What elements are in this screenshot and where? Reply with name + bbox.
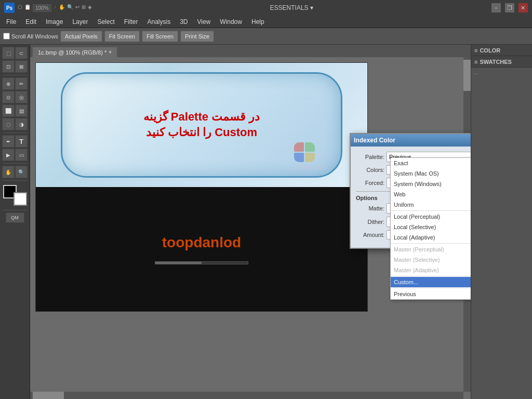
titlebar-left: Ps ⬡ 📋 100% ⬝ ✋ 🔍 ↩ ⊞ ◈ xyxy=(4,3,92,13)
dropdown-sep-4 xyxy=(391,288,471,288)
palette-label: Palette: xyxy=(356,154,384,160)
minimize-button[interactable]: − xyxy=(491,3,501,12)
panel-header-color[interactable]: ≡ COLOR xyxy=(471,45,532,56)
crop-tool[interactable]: ⊡ xyxy=(2,60,15,73)
zoom-tool-box[interactable]: 🔍 xyxy=(15,166,28,178)
menu-window[interactable]: Window xyxy=(216,17,246,26)
dropdown-exact[interactable]: Exact xyxy=(391,158,471,168)
maximize-button[interactable]: ❐ xyxy=(505,3,514,12)
panel-placeholder: ... xyxy=(473,70,530,75)
slice-tool[interactable]: ⊠ xyxy=(15,60,28,73)
menu-3d[interactable]: 3D xyxy=(176,17,192,26)
swatches-panel-label: SWATCHES xyxy=(480,59,512,65)
rounded-rect: در قسمت Palette گزینه Custom را انتخاب ک… xyxy=(61,72,342,178)
swatches-panel-icon: ≡ xyxy=(474,59,477,65)
tool-icon-2[interactable]: 📋 xyxy=(24,4,31,12)
shape-tool[interactable]: ▭ xyxy=(15,149,28,161)
dropdown-system-win[interactable]: System (Windows) xyxy=(391,179,471,189)
menu-image[interactable]: Image xyxy=(42,17,67,26)
dodge-tool[interactable]: ◑ xyxy=(15,118,28,130)
horizontal-scroll-thumb[interactable] xyxy=(33,392,64,399)
path-select-tool[interactable]: ▶ xyxy=(2,149,15,161)
dropdown-local-selective[interactable]: Local (Selective) xyxy=(391,222,471,232)
canvas-bottom-half: toopdanlod xyxy=(36,187,367,311)
menu-filter[interactable]: Filter xyxy=(120,17,142,26)
tool-divider-3 xyxy=(3,163,27,164)
dropdown-uniform[interactable]: Uniform xyxy=(391,200,471,210)
actual-pixels-button[interactable]: Actual Pixels xyxy=(60,31,102,42)
progress-bar-container xyxy=(155,261,248,264)
menu-layer[interactable]: Layer xyxy=(68,17,92,26)
print-size-button[interactable]: Print Size xyxy=(180,31,214,42)
tab-close-icon[interactable]: × xyxy=(109,49,112,55)
forced-label: Forced: xyxy=(356,180,384,186)
essentials-label[interactable]: ESSENTIALS ▾ xyxy=(270,4,313,11)
dropdown-sep-3 xyxy=(391,276,471,276)
spot-heal-tool[interactable]: ⊕ xyxy=(2,77,15,90)
tool-row-8: ▶ ▭ xyxy=(2,149,28,161)
gradient-tool[interactable]: ▤ xyxy=(15,104,28,117)
rotate-tool[interactable]: ↩ xyxy=(75,4,79,12)
tool-row-7: ✒ T xyxy=(2,135,28,148)
dropdown-system-mac[interactable]: System (Mac OS) xyxy=(391,168,471,179)
zoom-tool[interactable]: 🔍 xyxy=(67,4,73,12)
color-panel-label: COLOR xyxy=(480,47,500,54)
selection-tool[interactable]: ⬚ xyxy=(2,47,15,59)
matte-label: Matte: xyxy=(356,205,384,211)
fit-screen-button[interactable]: Fit Screen xyxy=(104,31,140,42)
ps-canvas: در قسمت Palette گزینه Custom را انتخاب ک… xyxy=(35,62,368,312)
toolbar-icons: ⬡ 📋 100% ⬝ ✋ 🔍 ↩ ⊞ ◈ xyxy=(18,4,92,12)
quick-mask-tool[interactable]: QM xyxy=(6,212,24,223)
canvas-tabs: 1c.bmp @ 100% (RGB/8) * × xyxy=(30,45,471,57)
nav-tool[interactable]: ◈ xyxy=(88,4,92,12)
menu-file[interactable]: File xyxy=(2,17,20,26)
menu-view[interactable]: View xyxy=(193,17,215,26)
canvas-top-half: در قسمت Palette گزینه Custom را انتخاب ک… xyxy=(36,63,367,187)
tool-icon-1[interactable]: ⬡ xyxy=(18,4,22,12)
dropdown-web[interactable]: Web xyxy=(391,189,471,200)
text-tool[interactable]: T xyxy=(15,135,28,148)
scroll-all-windows-input[interactable] xyxy=(3,33,10,39)
zoom-arrows[interactable]: ⬝ xyxy=(54,4,57,12)
hand-tool-box[interactable]: ✋ xyxy=(2,166,15,178)
dropdown-custom[interactable]: Custom... xyxy=(391,277,471,287)
progress-fill xyxy=(155,262,202,264)
menu-analysis[interactable]: Analysis xyxy=(143,17,175,26)
brush-tool[interactable]: ✏ xyxy=(15,77,28,90)
dropdown-local-adaptive[interactable]: Local (Adaptive) xyxy=(391,232,471,243)
right-panel-content: ... xyxy=(471,68,532,399)
tool-row-1: ⬚ ⊂ xyxy=(2,47,28,59)
hand-tool[interactable]: ✋ xyxy=(59,4,65,12)
lasso-tool[interactable]: ⊂ xyxy=(15,47,28,59)
tool-row-5: ⬜ ▤ xyxy=(2,104,28,117)
panel-header-swatches[interactable]: ≡ SWATCHES xyxy=(471,56,532,68)
history-tool[interactable]: ◎ xyxy=(15,91,28,103)
close-button[interactable]: ✕ xyxy=(518,3,528,12)
win-pane-blue xyxy=(294,153,304,162)
windows-xp-text: WindowsXP xyxy=(294,163,325,171)
view-tool[interactable]: ⊞ xyxy=(82,4,86,12)
blur-tool[interactable]: ◌ xyxy=(2,118,15,130)
zoom-display[interactable]: 100% xyxy=(33,4,51,12)
clone-tool[interactable]: ⊙ xyxy=(2,91,15,103)
dropdown-local-perceptual[interactable]: Local (Perceptual) xyxy=(391,211,471,222)
horizontal-scrollbar[interactable] xyxy=(30,392,463,399)
scroll-all-windows-checkbox[interactable]: Scroll All Windows xyxy=(3,33,58,39)
win-pane-red xyxy=(294,142,304,152)
persian-text-line1: در قسمت Palette گزینه xyxy=(143,109,260,125)
titlebar-right: − ❐ ✕ xyxy=(491,3,528,12)
background-swatch[interactable] xyxy=(14,192,27,206)
dropdown-previous[interactable]: Previous xyxy=(391,289,471,299)
tool-row-2: ⊡ ⊠ xyxy=(2,60,28,73)
fill-screen-button[interactable]: Fill Screen xyxy=(142,31,178,42)
canvas-area: 1c.bmp @ 100% (RGB/8) * × در قسمت Palett… xyxy=(30,45,471,399)
menu-help[interactable]: Help xyxy=(247,17,269,26)
vertical-scroll-thumb[interactable] xyxy=(463,60,471,91)
pen-tool[interactable]: ✒ xyxy=(2,135,15,148)
tool-row-3: ⊕ ✏ xyxy=(2,77,28,90)
canvas-tab-1[interactable]: 1c.bmp @ 100% (RGB/8) * × xyxy=(32,47,117,57)
dropdown-sep-1 xyxy=(391,210,471,211)
eraser-tool[interactable]: ⬜ xyxy=(2,104,15,117)
menu-edit[interactable]: Edit xyxy=(21,17,41,26)
menu-select[interactable]: Select xyxy=(93,17,118,26)
